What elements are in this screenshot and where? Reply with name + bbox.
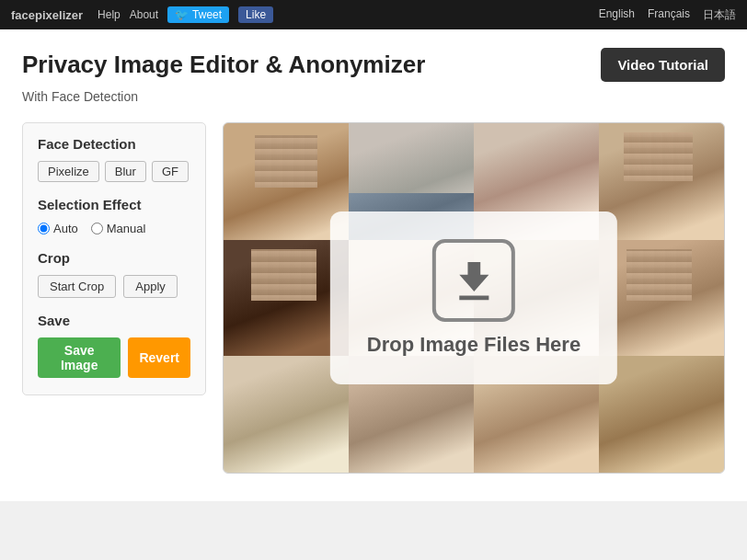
about-link[interactable]: About	[130, 8, 158, 21]
blur-button[interactable]: Blur	[105, 161, 146, 182]
main-layout: Face Detection Pixelize Blur GF Selectio…	[22, 122, 725, 474]
radio-manual-text: Manual	[107, 222, 146, 235]
drop-text: Drop Image Files Here	[367, 333, 580, 357]
language-switcher: English Français 日本語	[599, 7, 736, 23]
lang-japanese[interactable]: 日本語	[703, 7, 736, 23]
video-tutorial-button[interactable]: Video Tutorial	[601, 48, 725, 82]
pixelize-button[interactable]: Pixelize	[38, 161, 99, 182]
help-link[interactable]: Help	[98, 8, 121, 21]
apply-button[interactable]: Apply	[123, 275, 178, 298]
page-title: Privacy Image Editor & Anonymizer	[22, 51, 425, 79]
drop-overlay[interactable]: Drop Image Files Here	[330, 211, 617, 384]
start-crop-button[interactable]: Start Crop	[38, 275, 116, 298]
save-image-button[interactable]: Save Image	[38, 337, 121, 378]
face-bg-12	[599, 356, 724, 473]
drop-zone-container[interactable]: Drop Image Files Here	[223, 122, 725, 474]
face-bg-4	[599, 123, 724, 240]
crop-title: Crop	[38, 250, 190, 266]
gf-button[interactable]: GF	[152, 161, 189, 182]
lang-english[interactable]: English	[599, 7, 635, 23]
topnav: facepixelizer Help About 🐦 Tweet Like En…	[0, 0, 747, 29]
face-cell-4	[599, 123, 724, 240]
brand-logo: facepixelizer	[11, 8, 83, 22]
pixelate-8	[626, 249, 692, 301]
radio-manual-label[interactable]: Manual	[91, 222, 146, 235]
lang-french[interactable]: Français	[648, 7, 690, 23]
revert-button[interactable]: Revert	[128, 337, 190, 378]
selection-effect-section: Selection Effect Auto Manual	[38, 197, 190, 235]
face-bg-8	[599, 240, 724, 357]
subtitle: With Face Detection	[22, 89, 725, 104]
save-button-group: Save Image Revert	[38, 337, 190, 378]
radio-auto[interactable]	[38, 223, 50, 234]
selection-effect-title: Selection Effect	[38, 197, 190, 212]
pixelate-1	[255, 135, 317, 188]
face-cell-8	[599, 240, 724, 357]
crop-button-group: Start Crop Apply	[38, 275, 190, 298]
pixelate-4	[624, 132, 693, 181]
like-button[interactable]: Like	[238, 6, 273, 23]
effect-button-group: Pixelize Blur GF	[38, 161, 190, 182]
radio-manual[interactable]	[91, 223, 103, 234]
radio-auto-label[interactable]: Auto	[38, 222, 78, 235]
face-detection-section: Face Detection Pixelize Blur GF	[38, 136, 190, 182]
drop-arrow-icon	[432, 239, 515, 322]
tweet-button[interactable]: 🐦 Tweet	[167, 6, 229, 23]
save-section: Save Save Image Revert	[38, 313, 190, 378]
face-detection-title: Face Detection	[38, 136, 190, 152]
page-content: Privacy Image Editor & Anonymizer Video …	[0, 29, 747, 501]
radio-auto-text: Auto	[53, 222, 78, 235]
face-cell-12	[599, 356, 724, 473]
crop-section: Crop Start Crop Apply	[38, 250, 190, 298]
page-header: Privacy Image Editor & Anonymizer Video …	[22, 48, 725, 82]
save-title: Save	[38, 313, 190, 328]
arrow-down-icon	[449, 256, 500, 306]
pixelate-5	[251, 249, 316, 301]
left-panel: Face Detection Pixelize Blur GF Selectio…	[22, 122, 206, 395]
selection-radio-group: Auto Manual	[38, 222, 190, 235]
